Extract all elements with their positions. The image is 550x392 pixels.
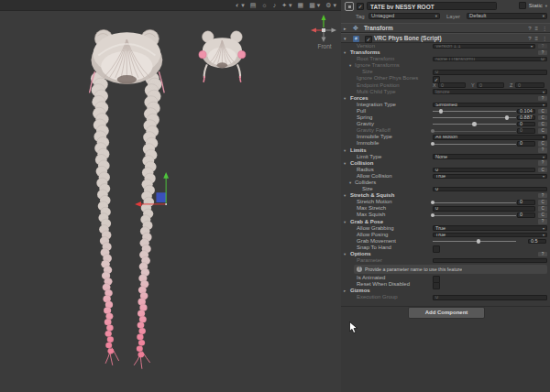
forces-help-button[interactable]: ? xyxy=(538,96,547,102)
foldout-closed-icon[interactable]: ▸ xyxy=(344,24,346,33)
pull-slider-knob[interactable] xyxy=(439,109,444,114)
spring-value-field[interactable]: 0.887 xyxy=(517,115,535,121)
gravity-slider-knob[interactable] xyxy=(472,122,477,126)
move-gizmo-center[interactable] xyxy=(165,203,167,205)
foldout-icon[interactable]: ▾ xyxy=(344,147,346,154)
spring-slider[interactable] xyxy=(433,117,516,118)
version-dropdown[interactable]: Version 1.1▾ xyxy=(433,44,535,49)
hidden-objects-toggle-icon[interactable]: ▦ xyxy=(298,0,304,11)
2d-toggle-icon[interactable]: ▤ xyxy=(250,0,257,11)
multi-child-type-dropdown[interactable]: Ignore▾ xyxy=(433,89,547,94)
audio-toggle-icon[interactable]: ♪ xyxy=(273,0,277,11)
help-icon[interactable]: ? xyxy=(528,34,531,43)
gizmo-center-cube[interactable] xyxy=(322,28,325,32)
max-squish-value-field[interactable]: 0 xyxy=(517,212,535,218)
foldout-icon[interactable]: ▾ xyxy=(349,62,351,69)
max-stretch-curve-button[interactable]: C xyxy=(538,206,547,212)
add-component-button[interactable]: Add Component xyxy=(408,307,485,319)
gameobject-name-field[interactable]: TATE by NESSY ROOT xyxy=(367,2,497,10)
grab-movement-slider-knob[interactable] xyxy=(477,239,481,244)
version-help-button[interactable]: ? xyxy=(538,44,547,49)
endpoint-position-z-field[interactable]: 0 xyxy=(515,82,544,88)
component-enabled-checkbox[interactable]: ✓ xyxy=(365,36,372,43)
gizmo-back-y-cone[interactable] xyxy=(322,38,326,43)
orientation-gizmo-axes[interactable] xyxy=(306,11,343,42)
max-squish-slider-knob[interactable] xyxy=(431,213,435,218)
physbone-component-header[interactable]: ▾ # ✓ VRC Phys Bone (Script) ? ≡ ⋮ xyxy=(341,33,550,43)
pull-curve-button[interactable]: C xyxy=(538,109,547,114)
hair-model-secondary[interactable] xyxy=(199,31,246,82)
foldout-icon[interactable]: ▾ xyxy=(344,219,346,225)
tag-dropdown[interactable]: Untagged▾ xyxy=(368,13,440,19)
immobile-slider[interactable] xyxy=(433,144,516,145)
move-gizmo-x-arrowhead[interactable] xyxy=(135,201,141,207)
effects-dropdown-icon[interactable]: ✦ ▾ xyxy=(281,0,292,11)
stretch-motion-curve-button[interactable]: C xyxy=(538,200,547,205)
stretch-squish-help-button[interactable]: ? xyxy=(538,193,547,199)
gravity-curve-button[interactable]: C xyxy=(538,122,547,127)
stretch-motion-slider[interactable] xyxy=(433,202,516,203)
spring-slider-knob[interactable] xyxy=(505,115,510,120)
foldout-icon[interactable]: ▾ xyxy=(344,251,346,257)
scene-view[interactable]: ◐ ▾▤☼♪✦ ▾▦▩ ▾⚙ ▾ xyxy=(0,0,342,392)
foldout-icon[interactable]: ▾ xyxy=(344,49,346,56)
presets-icon[interactable]: ≡ xyxy=(534,24,538,33)
limit-type-dropdown[interactable]: None▾ xyxy=(433,154,547,159)
move-gizmo-y-arrowhead[interactable] xyxy=(163,172,169,179)
transform-component-header[interactable]: ▸ ✥ Transform ? ≡ ⋮ xyxy=(341,23,550,33)
immobile-slider-knob[interactable] xyxy=(431,142,435,147)
grab-pose-help-button[interactable]: ? xyxy=(538,219,547,224)
foldout-icon[interactable]: ▾ xyxy=(344,160,346,167)
max-squish-slider[interactable] xyxy=(433,215,516,216)
object-picker-icon[interactable]: ⊙ xyxy=(541,57,544,61)
help-icon[interactable]: ? xyxy=(528,24,531,33)
endpoint-position-y-field[interactable]: 0 xyxy=(477,82,504,88)
root-transform-object-field[interactable]: None (Transform)⊙ xyxy=(433,57,547,62)
gizmos-dropdown-icon[interactable]: ⚙ ▾ xyxy=(325,0,336,11)
render-mode-dropdown-icon[interactable]: ◐ ▾ xyxy=(236,0,245,11)
allow-grabbing-dropdown[interactable]: True▾ xyxy=(433,225,547,231)
stretch-motion-slider-knob[interactable] xyxy=(431,201,435,205)
parameter-field[interactable] xyxy=(433,258,547,264)
gameobject-enabled-checkbox[interactable]: ✓ xyxy=(357,3,364,10)
endpoint-position-x-field[interactable]: 0 xyxy=(438,82,466,88)
gravity-value-field[interactable]: 0 xyxy=(517,122,535,127)
options-help-button[interactable]: ? xyxy=(538,252,547,257)
foldout-icon[interactable]: ▾ xyxy=(349,180,351,186)
orientation-gizmo[interactable]: Front xyxy=(304,11,345,49)
size-field[interactable]: 0 xyxy=(433,187,547,192)
gravity-falloff-curve-button[interactable]: C xyxy=(538,128,547,134)
allow-collision-dropdown[interactable]: True▾ xyxy=(433,174,547,180)
execution-group-field[interactable]: 0 xyxy=(433,295,547,300)
gravity-slider[interactable] xyxy=(433,124,516,125)
max-squish-curve-button[interactable]: C xyxy=(538,212,547,218)
limits-help-button[interactable]: ? xyxy=(538,147,547,153)
spring-curve-button[interactable]: C xyxy=(538,115,547,121)
stretch-motion-value-field[interactable]: 0 xyxy=(517,200,535,205)
grid-dropdown-icon[interactable]: ▩ ▾ xyxy=(309,0,320,11)
integration-type-dropdown[interactable]: Simplified▾ xyxy=(433,103,547,108)
pull-value-field[interactable]: 0.104 xyxy=(517,109,535,114)
static-checkbox[interactable] xyxy=(519,2,526,9)
immobile-value-field[interactable]: 0 xyxy=(517,141,535,147)
foldout-icon[interactable]: ▾ xyxy=(344,95,346,102)
allow-posing-dropdown[interactable]: True▾ xyxy=(433,233,547,238)
foldout-icon[interactable]: ▾ xyxy=(344,192,346,199)
more-icon[interactable]: ⋮ xyxy=(542,34,547,43)
presets-icon[interactable]: ≡ xyxy=(534,34,538,43)
size-field[interactable]: 0 xyxy=(433,70,547,75)
gravity-falloff-value-field[interactable]: 0 xyxy=(517,128,535,134)
lighting-toggle-icon[interactable]: ☼ xyxy=(261,0,267,11)
move-gizmo-z-plane[interactable] xyxy=(156,192,166,202)
gizmo-back-x-cone[interactable] xyxy=(332,28,337,33)
pull-slider[interactable] xyxy=(433,111,516,112)
layer-dropdown[interactable]: Default▾ xyxy=(467,13,547,19)
collision-help-button[interactable]: ? xyxy=(538,160,547,166)
static-caret-icon[interactable]: ▾ xyxy=(545,4,547,8)
immobile-type-dropdown[interactable]: All Motion▾ xyxy=(433,135,547,140)
immobile-curve-button[interactable]: C xyxy=(538,141,547,147)
max-stretch-field[interactable]: 0 xyxy=(433,206,535,212)
radius-curve-button[interactable]: C xyxy=(538,168,547,173)
foldout-icon[interactable]: ▸ xyxy=(344,288,346,294)
gravity-falloff-slider[interactable] xyxy=(433,131,516,132)
